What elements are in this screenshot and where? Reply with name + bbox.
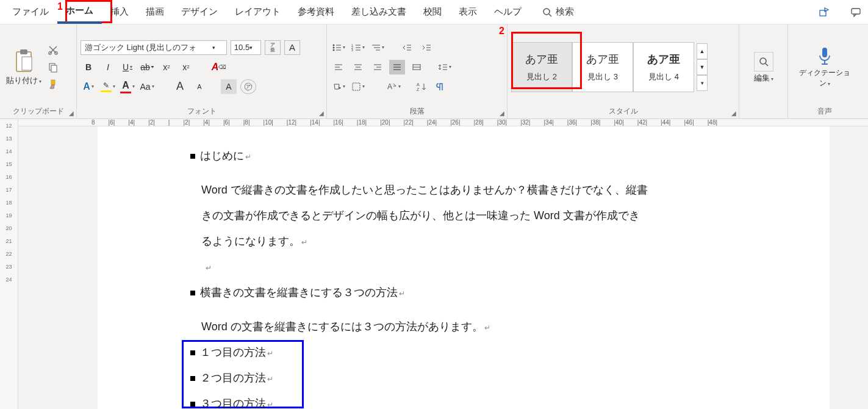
align-center-button[interactable] [350,60,366,74]
decrease-indent-button[interactable] [399,40,415,55]
subscript-button[interactable]: x2 [159,60,174,74]
font-name-value: 游ゴシック Light (見出しのフォ [85,42,196,53]
paragraph-dialog-launcher[interactable]: ◢ [500,110,504,117]
char-shading-button[interactable]: A [221,79,237,94]
show-marks-button[interactable] [433,79,449,94]
style-name: 見出し 4 [648,71,679,82]
editing-button[interactable]: 編集 [748,48,780,87]
doc-body[interactable]: きの文書が作成できるとデザインの幅も広がり、他とは一味違った Word 文書が作… [201,204,726,226]
doc-heading-2[interactable]: 横書きの文書を縦書きにする３つの方法 [190,281,726,303]
group-dictation: ディクテーション 音声 [788,24,861,118]
align-distribute-button[interactable] [409,60,425,74]
numbering-button[interactable]: 123 [350,40,366,55]
svg-rect-6 [22,57,32,70]
editing-label: 編集 [754,73,773,84]
text-effects-button[interactable]: A [81,79,96,94]
doc-body[interactable]: るようになります。 [201,230,726,252]
doc-method-2[interactable]: ２つ目の方法 [190,367,726,389]
doc-body[interactable]: Word で縦書きの文書を作成したいと思ったことはありませんか？横書きだけでなく… [201,179,726,201]
menu-references[interactable]: 参考資料 [289,1,343,23]
comments-button[interactable] [847,4,864,21]
search-icon [542,7,552,17]
menu-help[interactable]: ヘルプ [486,1,530,23]
paste-button[interactable]: 貼り付け [4,45,44,90]
menu-design[interactable]: デザイン [173,1,226,23]
shading-button[interactable] [331,79,346,94]
document-area[interactable]: はじめに Word で縦書きの文書を作成したいと思ったことはありませんか？横書き… [18,126,868,409]
strike-button[interactable]: ab [139,60,155,74]
style-name: 見出し 3 [587,71,618,82]
font-dialog-launcher[interactable]: ◢ [319,110,324,117]
clipboard-dialog-launcher[interactable]: ◢ [69,110,74,117]
font-size-value: 10.5 [234,43,249,52]
bullet-icon [190,154,195,159]
group-label-clipboard: クリップボード [0,104,76,118]
menu-mailings[interactable]: 差し込み文書 [343,1,415,23]
shrink-font-button[interactable]: A [192,79,207,94]
font-color-button[interactable]: A [120,79,135,94]
bullet-list-icon [332,43,342,52]
search-button[interactable]: 検索 [542,6,574,18]
multilevel-button[interactable] [370,40,386,55]
doc-body[interactable]: Word の文書を縦書きにするには３つの方法があります。 [201,316,726,338]
copy-icon [48,62,59,73]
menu-layout[interactable]: レイアウト [226,1,289,23]
borders-button[interactable] [350,79,366,94]
underline-button[interactable]: U [120,60,135,74]
dictation-button[interactable]: ディクテーション [792,42,858,92]
menu-insert[interactable]: 挿入 [102,1,137,23]
font-size-select[interactable]: 10.5▾ [231,40,261,55]
horizontal-ruler: 8|6||4||2|||2||4||6||8||10||12||14||16||… [18,119,868,126]
menu-draw[interactable]: 描画 [137,1,173,23]
menu-review[interactable]: 校閲 [415,1,450,23]
styles-expand[interactable]: ▾ [697,75,708,91]
italic-button[interactable]: I [100,60,116,74]
increase-indent-button[interactable] [418,40,434,55]
asian-layout-button[interactable]: A [386,79,401,94]
bold-button[interactable]: B [81,60,96,74]
char-border-button[interactable]: A [284,40,300,55]
highlight-button[interactable]: ✎ [100,79,116,94]
page[interactable]: はじめに Word で縦書きの文書を作成したいと思ったことはありませんか？横書き… [98,126,830,409]
style-preview: あア亜 [586,52,619,67]
doc-method-1[interactable]: １つ目の方法 [190,341,726,363]
doc-heading-1[interactable]: はじめに [190,145,726,167]
menu-file[interactable]: ファイル [4,1,57,23]
change-case-button[interactable]: Aa [139,79,155,94]
doc-method-3[interactable]: ３つ目の方法 [190,393,726,409]
align-justify-button[interactable] [389,60,405,74]
line-spacing-button[interactable] [437,60,453,74]
styles-scroll-up[interactable]: ▲ [697,43,708,59]
asian-layout-icon: A [386,82,397,92]
style-preview: あア亜 [647,52,680,67]
grow-font-button[interactable]: A [172,79,188,94]
align-dist-icon [412,63,421,71]
superscript-button[interactable]: x2 [178,60,194,74]
annotation-box-2 [511,32,582,89]
bullets-button[interactable] [331,40,346,55]
format-painter-button[interactable] [48,79,59,90]
align-right-button[interactable] [370,60,386,74]
doc-empty-line[interactable] [201,256,726,278]
styles-dialog-launcher[interactable]: ◢ [731,110,736,117]
font-name-select[interactable]: 游ゴシック Light (見出しのフォ▾ [81,40,227,55]
copy-button[interactable] [48,62,59,73]
phonetic-guide-button[interactable]: ア亜 [265,40,281,55]
align-left-button[interactable] [331,60,346,74]
clear-formatting-button[interactable]: A⌫ [211,60,227,74]
cut-button[interactable] [48,45,59,56]
svg-point-16 [333,49,335,51]
menu-view[interactable]: 表示 [450,1,486,23]
styles-scroll-down[interactable]: ▼ [697,59,708,75]
bucket-icon [332,82,342,92]
svg-rect-5 [20,49,27,54]
enclose-char-button[interactable]: ㋐ [240,79,256,94]
share-button[interactable] [816,4,833,21]
svg-point-14 [333,46,335,48]
sort-button[interactable]: AZ [414,79,429,94]
bullet-icon [190,376,195,381]
svg-rect-60 [822,48,827,57]
style-heading4[interactable]: あア亜 見出し 4 [633,42,694,92]
line-spacing-icon [438,63,448,71]
menu-home[interactable]: ホーム [57,0,102,24]
